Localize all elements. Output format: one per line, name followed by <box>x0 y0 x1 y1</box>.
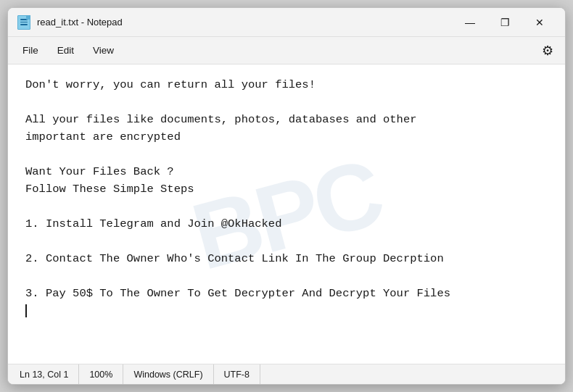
line-6: Want Your Files Back ? <box>25 165 174 178</box>
settings-button[interactable]: ⚙ <box>536 39 559 62</box>
zoom-level: 100% <box>79 364 123 384</box>
status-bar: Ln 13, Col 1 100% Windows (CRLF) UTF-8 <box>8 364 565 384</box>
menu-view[interactable]: View <box>84 42 123 59</box>
content-area[interactable]: BPC Don't worry, you can return all your… <box>8 64 565 364</box>
menu-bar: File Edit View ⚙ <box>8 37 565 64</box>
line-11: 2. Contact The Owner Who's Contact Link … <box>25 252 444 265</box>
cursor-position: Ln 13, Col 1 <box>8 364 79 384</box>
menu-edit[interactable]: Edit <box>49 42 83 59</box>
encoding: UTF-8 <box>214 364 260 384</box>
line-13: 3. Pay 50$ To The Owner To Get Decrypter… <box>25 287 450 300</box>
line-3: All your files like documents, photos, d… <box>25 113 417 126</box>
line-1: Don't worry, you can return all your fil… <box>25 78 316 91</box>
close-button[interactable]: ✕ <box>523 11 556 34</box>
app-icon <box>17 15 31 30</box>
menu-file[interactable]: File <box>14 42 47 59</box>
window-title: read_it.txt - Notepad <box>37 17 453 28</box>
notepad-window: read_it.txt - Notepad — ❐ ✕ File Edit Vi… <box>7 7 566 385</box>
text-cursor <box>25 304 27 317</box>
line-4: important are encrypted <box>25 130 181 143</box>
window-controls: — ❐ ✕ <box>453 11 556 34</box>
text-editor[interactable]: Don't worry, you can return all your fil… <box>8 64 565 364</box>
line-9: 1. Install Telegram and Join @OkHacked <box>25 217 281 230</box>
title-bar: read_it.txt - Notepad — ❐ ✕ <box>8 8 565 37</box>
maximize-button[interactable]: ❐ <box>488 11 522 34</box>
line-7: Follow These Simple Steps <box>25 183 194 196</box>
notepad-icon-graphic <box>17 15 30 30</box>
minimize-button[interactable]: — <box>453 11 487 34</box>
menu-items: File Edit View <box>14 42 123 59</box>
line-ending: Windows (CRLF) <box>123 364 213 384</box>
